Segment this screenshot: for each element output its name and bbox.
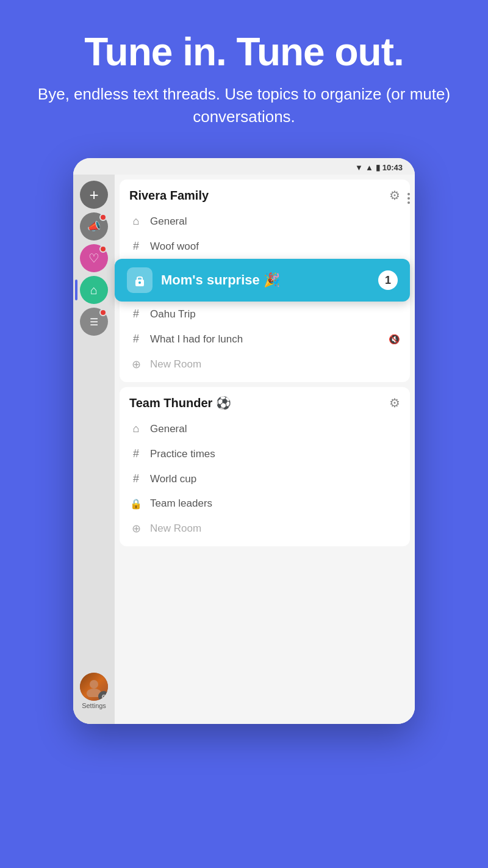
rivera-family-card: Rivera Family ⚙ ⌂ General # Woof woof: [120, 179, 410, 382]
plus-icon: +: [89, 186, 98, 204]
thunder-practice-room[interactable]: # Practice times: [120, 441, 410, 466]
hero-section: Tune in. Tune out. Bye, endless text thr…: [0, 0, 488, 140]
main-content: Rivera Family ⚙ ⌂ General # Woof woof: [115, 175, 415, 724]
rivera-general-room[interactable]: ⌂ General: [120, 209, 410, 234]
home-room-icon: ⌂: [129, 215, 143, 228]
banner-badge: 1: [378, 270, 398, 290]
lock-icon-small: 🔒: [129, 498, 143, 510]
lunch-label: What I had for lunch: [150, 333, 381, 345]
sidebar-messages-button[interactable]: ☰: [80, 308, 108, 336]
worldcup-label: World cup: [150, 473, 400, 485]
sidebar: + 📣 ♡ ⌂ ☰: [73, 175, 115, 724]
lock-bag-icon: [133, 273, 146, 287]
dots-menu[interactable]: [407, 193, 410, 204]
leaders-label: Team leaders: [150, 497, 400, 510]
hero-subtitle: Bye, endless text threads. Use topics to…: [24, 83, 464, 128]
hash-icon-4: #: [129, 447, 143, 460]
thunder-group-header: Team Thunder ⚽ ⚙: [120, 387, 410, 416]
rivera-woofwoof-room[interactable]: # Woof woof: [120, 234, 410, 259]
banner-text: Mom's surprise 🎉: [161, 272, 370, 288]
banner-lock-icon: [127, 267, 152, 293]
hash-icon-5: #: [129, 472, 143, 485]
phone-body: + 📣 ♡ ⌂ ☰: [73, 175, 415, 724]
thunder-general-label: General: [150, 423, 400, 435]
avatar-gear-icon: ⚙: [98, 691, 108, 701]
practice-label: Practice times: [150, 448, 400, 460]
home-room-icon-2: ⌂: [129, 422, 143, 435]
new-room-label-1: New Room: [150, 358, 400, 371]
messages-badge: [99, 309, 107, 316]
time-display: 10:43: [382, 163, 403, 172]
sidebar-announce-button[interactable]: 📣: [80, 212, 108, 241]
rivera-group-name: Rivera Family: [129, 189, 209, 203]
thunder-new-room[interactable]: ⊕ New Room: [120, 516, 410, 541]
svg-point-0: [90, 680, 98, 689]
svg-point-3: [138, 281, 141, 284]
heart-badge: [99, 245, 107, 253]
hero-title: Tune in. Tune out.: [24, 31, 464, 73]
wifi-icon: ▼: [355, 163, 363, 172]
sidebar-home-button[interactable]: ⌂: [80, 276, 108, 304]
rivera-oahu-room[interactable]: # Oahu Trip: [120, 302, 410, 327]
team-thunder-card: Team Thunder ⚽ ⚙ ⌂ General # Practice ti…: [120, 387, 410, 546]
announce-badge: [99, 214, 107, 221]
rivera-group-header: Rivera Family ⚙: [120, 179, 410, 209]
rivera-lunch-room[interactable]: # What I had for lunch 🔇: [120, 327, 410, 352]
thunder-group-name: Team Thunder ⚽: [129, 396, 231, 410]
announce-icon: 📣: [87, 220, 101, 233]
heart-icon: ♡: [88, 251, 99, 266]
sidebar-add-button[interactable]: +: [80, 181, 108, 209]
rivera-gear-icon[interactable]: ⚙: [389, 188, 400, 203]
woofwoof-label: Woof woof: [150, 241, 400, 253]
plus-circle-icon-1: ⊕: [129, 358, 143, 371]
thunder-leaders-room[interactable]: 🔒 Team leaders: [120, 491, 410, 516]
sidebar-heart-button[interactable]: ♡: [80, 244, 108, 272]
rivera-new-room[interactable]: ⊕ New Room: [120, 352, 410, 377]
hash-icon-3: #: [129, 333, 143, 345]
signal-icon: ▲: [365, 163, 373, 172]
mute-bell-icon: 🔇: [389, 334, 400, 345]
messages-icon: ☰: [90, 316, 98, 328]
general-label: General: [150, 215, 400, 228]
hash-icon-1: #: [129, 240, 143, 253]
thunder-general-room[interactable]: ⌂ General: [120, 416, 410, 441]
battery-icon: ▮: [376, 163, 380, 172]
phone-container: ▼ ▲ ▮ 10:43 + 📣 ♡: [73, 158, 415, 724]
moms-surprise-banner[interactable]: Mom's surprise 🎉 1: [115, 259, 410, 302]
settings-label: Settings: [82, 702, 106, 709]
home-icon: ⌂: [90, 283, 98, 297]
plus-circle-icon-2: ⊕: [129, 522, 143, 535]
status-bar: ▼ ▲ ▮ 10:43: [73, 158, 415, 175]
thunder-worldcup-room[interactable]: # World cup: [120, 466, 410, 491]
hash-icon-2: #: [129, 308, 143, 320]
thunder-gear-icon[interactable]: ⚙: [389, 396, 400, 410]
sidebar-bottom: ⚙ Settings: [80, 673, 108, 718]
new-room-label-2: New Room: [150, 523, 400, 535]
oahu-label: Oahu Trip: [150, 308, 400, 320]
avatar[interactable]: ⚙: [80, 673, 108, 701]
